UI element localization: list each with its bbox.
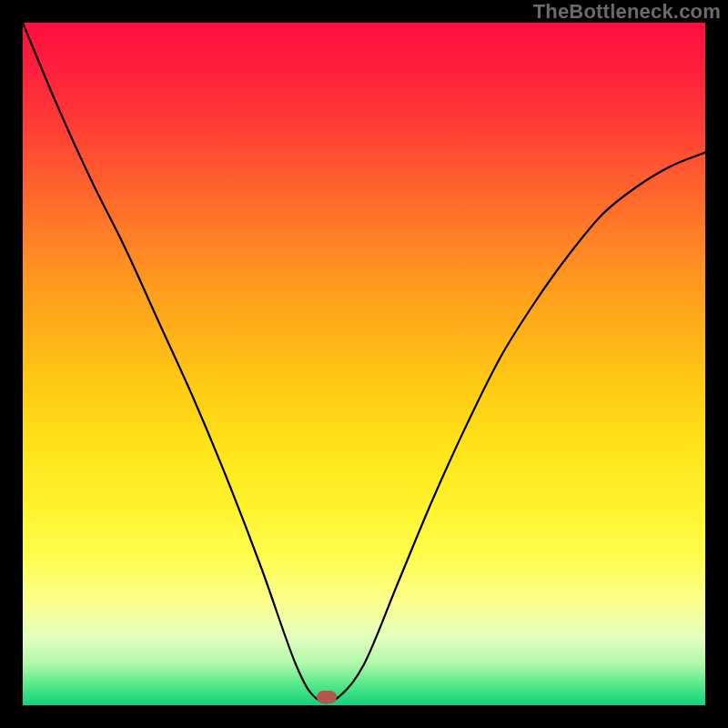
- watermark-text: TheBottleneck.com: [533, 0, 721, 24]
- plot-area: [23, 23, 705, 705]
- minimum-marker: [317, 691, 337, 703]
- bottleneck-curve: [23, 23, 705, 703]
- curve-svg: [23, 23, 705, 705]
